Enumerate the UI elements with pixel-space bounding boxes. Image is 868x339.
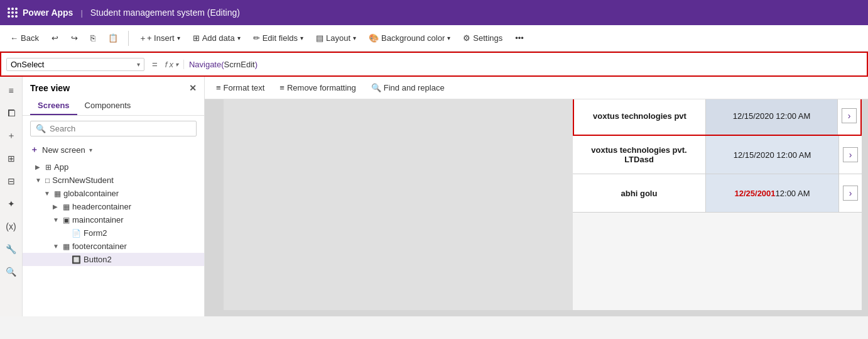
- tree-item-app[interactable]: ▶ ⊞ App: [23, 160, 204, 174]
- edit-fields-button[interactable]: ✏ Edit fields ▾: [248, 31, 308, 45]
- expand-arrow-scrn: ▼: [35, 177, 43, 184]
- undo-button[interactable]: ↩: [46, 31, 63, 45]
- tree-item-footer[interactable]: ▼ ▦ footercontainer: [23, 240, 204, 253]
- plus-icon: ＋: [139, 33, 147, 44]
- search-side-icon[interactable]: 🔍: [3, 263, 20, 281]
- data-icon[interactable]: ⊞: [3, 150, 20, 167]
- tree-search-area: 🔍: [23, 116, 204, 142]
- cell-name-1: voxtus technologies pvt: [574, 97, 706, 135]
- expand-arrow-header: ▶: [53, 203, 60, 210]
- find-replace-button[interactable]: 🔍 Find and replace: [365, 81, 451, 95]
- gallery-icon[interactable]: ⊟: [3, 172, 20, 190]
- navigate-btn-2[interactable]: ›: [843, 147, 858, 162]
- navigate-arg: ScrnEdit: [224, 60, 255, 69]
- property-input[interactable]: [11, 60, 134, 69]
- format-bar: ≡ Format text ≡ Remove formatting 🔍 Find…: [205, 77, 868, 99]
- insert-button[interactable]: ＋ + Insert ▾: [134, 30, 185, 47]
- top-bar: Power Apps | Student management system (…: [0, 0, 868, 25]
- tree-item-global[interactable]: ▼ ▦ globalcontainer: [23, 187, 204, 200]
- tree-label-button2: Button2: [84, 255, 112, 264]
- fx-chevron-icon: ▾: [175, 61, 178, 68]
- cell-arrow-3[interactable]: ›: [839, 174, 862, 212]
- variable-icon[interactable]: (x): [3, 218, 20, 235]
- paste-button[interactable]: 📋: [103, 31, 123, 45]
- footer-icon: ▦: [63, 242, 70, 251]
- sparkle-icon[interactable]: ✦: [3, 195, 20, 213]
- tree-header: Tree view ✕: [23, 77, 204, 97]
- layout-chevron-icon: ▾: [353, 35, 356, 42]
- format-text-icon: ≡: [216, 83, 221, 92]
- cell-date-2: 12/15/2020 12:00 AM: [706, 136, 839, 174]
- formula-bar: ▾ = f x ▾ Navigate(ScrnEdit): [0, 52, 868, 77]
- navigate-btn-3[interactable]: ›: [843, 186, 858, 201]
- tab-components[interactable]: Components: [77, 97, 139, 115]
- wrench-icon[interactable]: 🔧: [3, 240, 20, 258]
- main-icon: ▣: [63, 216, 70, 225]
- hamburger-icon[interactable]: ≡: [3, 82, 20, 99]
- tree-item-button2[interactable]: ▶ 🔲 Button2: [23, 253, 204, 266]
- tab-screens[interactable]: Screens: [30, 97, 77, 115]
- date-time-part: 12:00 AM: [776, 189, 810, 198]
- expand-arrow-global: ▼: [44, 190, 52, 197]
- tree-label-footer: footercontainer: [72, 242, 127, 251]
- separator: |: [80, 8, 82, 18]
- tree-items: ▶ ⊞ App ▼ □ ScrnNewStudent ▼ ▦ globalcon…: [23, 158, 204, 316]
- canvas-area: ≡ Format text ≡ Remove formatting 🔍 Find…: [205, 77, 868, 316]
- date-red-part: 12/25/2001: [734, 189, 775, 198]
- app-grid-icon[interactable]: [8, 8, 18, 18]
- tree-item-scrn[interactable]: ▼ □ ScrnNewStudent: [23, 174, 204, 187]
- data-grid: voxtus technologies pvt 12/15/2020 12:00…: [573, 77, 862, 310]
- sep1: [128, 31, 129, 46]
- new-screen-button[interactable]: ＋ New screen ▾: [23, 142, 204, 158]
- cell-arrow-2[interactable]: ›: [839, 136, 862, 174]
- search-box[interactable]: 🔍: [30, 121, 197, 136]
- fx-icon: f: [165, 60, 168, 69]
- search-input[interactable]: [50, 124, 191, 133]
- tree-header-icons: ✕: [189, 83, 197, 93]
- canvas-inner: voxtus technologies pvt 12/15/2020 12:00…: [224, 77, 862, 310]
- add-data-chevron-icon: ▾: [237, 35, 241, 42]
- button-icon: 🔲: [72, 255, 81, 264]
- background-color-icon: 🎨: [369, 33, 379, 43]
- copy-icon: ⎘: [90, 33, 95, 43]
- settings-button[interactable]: ⚙ Settings: [458, 31, 507, 45]
- formula-display: Navigate(ScrnEdit): [189, 60, 258, 69]
- project-name: Student management system (Editing): [90, 8, 240, 18]
- add-data-button[interactable]: ⊞ Add data ▾: [188, 31, 246, 45]
- layout-button[interactable]: ▤ Layout ▾: [311, 31, 361, 45]
- back-button[interactable]: ← Back: [5, 31, 44, 45]
- expand-arrow-app: ▶: [35, 164, 43, 170]
- copy-button[interactable]: ⎘: [85, 31, 100, 45]
- navigate-func: Navigate(: [189, 60, 224, 69]
- navigate-btn-1[interactable]: ›: [842, 108, 857, 123]
- remove-formatting-button[interactable]: ≡ Remove formatting: [273, 81, 362, 95]
- screen-icon: □: [45, 176, 50, 185]
- tree-item-form2[interactable]: ▶ 📄 Form2: [23, 226, 204, 240]
- redo-icon: ↪: [71, 33, 78, 43]
- tree-label-app: App: [54, 162, 68, 172]
- fx-indicator[interactable]: f x ▾: [165, 60, 184, 69]
- cell-arrow-1[interactable]: ›: [838, 97, 860, 135]
- global-icon: ▦: [54, 189, 61, 198]
- tree-item-main[interactable]: ▼ ▣ maincontainer: [23, 213, 204, 226]
- tree-item-header[interactable]: ▶ ▦ headercontainer: [23, 200, 204, 213]
- format-text-button[interactable]: ≡ Format text: [210, 81, 271, 95]
- background-color-button[interactable]: 🎨 Background color ▾: [364, 31, 455, 45]
- new-screen-chevron-icon: ▾: [89, 147, 92, 153]
- app-name: Power Apps: [23, 8, 73, 18]
- insert-chevron-icon: ▾: [177, 35, 180, 42]
- more-button[interactable]: •••: [510, 31, 529, 45]
- layers-icon[interactable]: ⧠: [3, 104, 20, 122]
- tree-close-icon[interactable]: ✕: [189, 83, 197, 93]
- redo-button[interactable]: ↪: [66, 31, 83, 45]
- edit-fields-chevron-icon: ▾: [300, 35, 303, 42]
- grid-row-1: voxtus technologies pvt 12/15/2020 12:00…: [573, 96, 862, 136]
- more-icon: •••: [515, 33, 524, 43]
- main-toolbar: ← Back ↩ ↪ ⎘ 📋 ＋ + Insert ▾ ⊞ Add data ▾…: [0, 25, 868, 52]
- main-area: ≡ ⧠ ＋ ⊞ ⊟ ✦ (x) 🔧 🔍 Tree view ✕ Screens …: [0, 77, 868, 316]
- paste-icon: 📋: [108, 33, 118, 43]
- equals-sign: =: [149, 59, 160, 70]
- add-data-icon: ⊞: [193, 33, 200, 43]
- property-selector[interactable]: ▾: [6, 58, 144, 71]
- add-icon[interactable]: ＋: [3, 127, 20, 145]
